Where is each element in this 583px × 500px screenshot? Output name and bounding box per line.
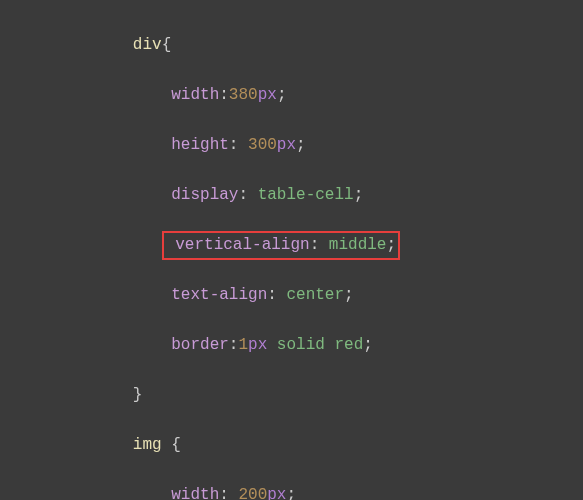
code-line: width: 200px; bbox=[0, 483, 583, 500]
highlighted-line: vertical-align: middle; bbox=[0, 233, 583, 258]
selector: div bbox=[133, 36, 162, 54]
code-line: } bbox=[0, 383, 583, 408]
code-line: width:380px; bbox=[0, 83, 583, 108]
code-line: div{ bbox=[0, 33, 583, 58]
code-line: img { bbox=[0, 433, 583, 458]
code-line: height: 300px; bbox=[0, 133, 583, 158]
red-highlight-box: vertical-align: middle; bbox=[162, 231, 400, 260]
code-editor: div{ width:380px; height: 300px; display… bbox=[0, 0, 583, 500]
code-line: border:1px solid red; bbox=[0, 333, 583, 358]
code-line: display: table-cell; bbox=[0, 183, 583, 208]
code-line: text-align: center; bbox=[0, 283, 583, 308]
